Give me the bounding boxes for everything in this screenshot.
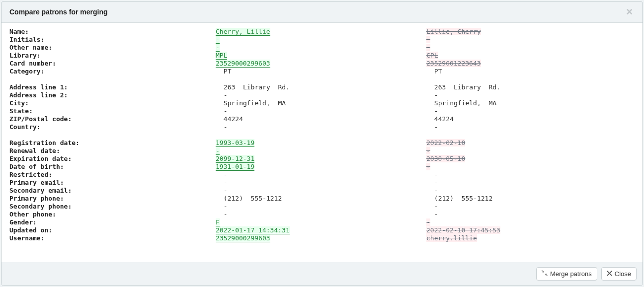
drop-value: - — [426, 123, 635, 131]
field-label: Name: — [9, 28, 216, 36]
compare-row: Initials:-- — [9, 36, 635, 44]
field-label: Gender: — [9, 218, 216, 226]
keep-value: - — [216, 123, 426, 131]
compare-row: Expiration date:2099-12-312030-05-10 — [9, 155, 635, 163]
compare-row: Secondary phone: - - — [9, 203, 635, 211]
field-label: Other phone: — [9, 211, 216, 218]
field-label: Address line 2: — [9, 91, 216, 99]
field-label: Primary email: — [9, 179, 216, 187]
keep-value: - — [216, 179, 426, 187]
compare-table: Name:Cherry, LillieLillie, CherryInitial… — [1, 23, 643, 262]
keep-value: - — [216, 44, 426, 52]
drop-value: PT — [426, 68, 635, 75]
compare-row: Card number:2352900029960323529001223643 — [9, 60, 635, 68]
compare-row: Primary email: - - — [9, 179, 635, 187]
modal-header: Compare patrons for merging × — [1, 1, 643, 23]
compare-row: Name:Cherry, LillieLillie, Cherry — [9, 28, 635, 36]
compare-row: Address line 2: - - — [9, 91, 635, 99]
drop-value: 2022-02-10 17:45:53 — [426, 226, 635, 234]
compare-row: Username:23529000299603cherry.lillie — [9, 234, 635, 242]
keep-value: 2022-01-17 14:34:31 — [216, 226, 426, 234]
compress-icon — [542, 270, 548, 278]
drop-value: cherry.lillie — [426, 234, 635, 242]
drop-value: CPL — [426, 52, 635, 60]
keep-value: - — [216, 36, 426, 44]
compare-row: State: - - — [9, 107, 635, 115]
compare-row: Other name:-- — [9, 44, 635, 52]
drop-value: 263 Library Rd. — [426, 83, 635, 91]
drop-value: Lillie, Cherry — [426, 28, 635, 36]
keep-value: - — [216, 203, 426, 211]
compare-row: Primary phone: (212) 555-1212 (212) 555-… — [9, 195, 635, 203]
keep-value: 1931-01-19 — [216, 163, 426, 171]
merge-patrons-label: Merge patrons — [550, 270, 592, 278]
keep-value: - — [216, 171, 426, 179]
keep-value: 44224 — [216, 115, 426, 123]
field-label: Date of birth: — [9, 163, 216, 171]
drop-value: - — [426, 36, 635, 44]
keep-value: 23529000299603 — [216, 234, 426, 242]
field-label: Category: — [9, 68, 216, 75]
field-label: Secondary email: — [9, 187, 216, 195]
keep-value: 1993-03-19 — [216, 139, 426, 147]
close-icon[interactable]: × — [624, 6, 635, 17]
modal-title: Compare patrons for merging — [9, 8, 108, 16]
compare-row: Updated on:2022-01-17 14:34:312022-02-10… — [9, 226, 635, 234]
field-label: City: — [9, 99, 216, 107]
drop-value: - — [426, 179, 635, 187]
compare-row: Address line 1: 263 Library Rd. 263 Libr… — [9, 83, 635, 91]
drop-value: 44224 — [426, 115, 635, 123]
keep-value: PT — [216, 68, 426, 75]
field-label: Library: — [9, 52, 216, 60]
compare-row: Registration date:1993-03-192022-02-10 — [9, 139, 635, 147]
keep-value: Springfield, MA — [216, 99, 426, 107]
drop-value: (212) 555-1212 — [426, 195, 635, 203]
drop-value: - — [426, 211, 635, 218]
compare-row: Other phone: - - — [9, 211, 635, 218]
drop-value: - — [426, 218, 635, 226]
keep-value: - — [216, 91, 426, 99]
field-label: Restricted: — [9, 171, 216, 179]
drop-value: Springfield, MA — [426, 99, 635, 107]
compare-row: Restricted: - - — [9, 171, 635, 179]
compare-row: Country: - - — [9, 123, 635, 131]
drop-value: - — [426, 203, 635, 211]
keep-value: - — [216, 211, 426, 218]
drop-value: - — [426, 171, 635, 179]
field-label: Expiration date: — [9, 155, 216, 163]
field-label: Username: — [9, 234, 216, 242]
drop-value: - — [426, 147, 635, 155]
keep-value: Cherry, Lillie — [216, 28, 426, 36]
field-label: Primary phone: — [9, 195, 216, 203]
keep-value: 23529000299603 — [216, 60, 426, 68]
field-label: State: — [9, 107, 216, 115]
compare-row: Category: PT PT — [9, 68, 635, 75]
field-label: Initials: — [9, 36, 216, 44]
drop-value: 2030-05-10 — [426, 155, 635, 163]
field-label: Secondary phone: — [9, 203, 216, 211]
compare-row: Date of birth:1931-01-19- — [9, 163, 635, 171]
modal-footer: Merge patrons Close — [1, 262, 643, 286]
compare-row: ZIP/Postal code: 44224 44224 — [9, 115, 635, 123]
merge-patrons-button[interactable]: Merge patrons — [536, 267, 597, 281]
field-label: Renewal date: — [9, 147, 216, 155]
keep-value: 2099-12-31 — [216, 155, 426, 163]
close-button-label: Close — [615, 270, 631, 278]
keep-value: 263 Library Rd. — [216, 83, 426, 91]
field-label: Country: — [9, 123, 216, 131]
drop-value: 23529001223643 — [426, 60, 635, 68]
keep-value: F — [216, 218, 426, 226]
compare-row: Gender:F- — [9, 218, 635, 226]
close-icon — [607, 270, 612, 278]
keep-value: MPL — [216, 52, 426, 60]
keep-value: - — [216, 187, 426, 195]
compare-row: City: Springfield, MA Springfield, MA — [9, 99, 635, 107]
field-label: Address line 1: — [9, 83, 216, 91]
compare-row: Library:MPLCPL — [9, 52, 635, 60]
field-label: ZIP/Postal code: — [9, 115, 216, 123]
compare-row: Secondary email: - - — [9, 187, 635, 195]
field-label: Card number: — [9, 60, 216, 68]
close-button[interactable]: Close — [601, 267, 637, 281]
drop-value: - — [426, 187, 635, 195]
drop-value: 2022-02-10 — [426, 139, 635, 147]
